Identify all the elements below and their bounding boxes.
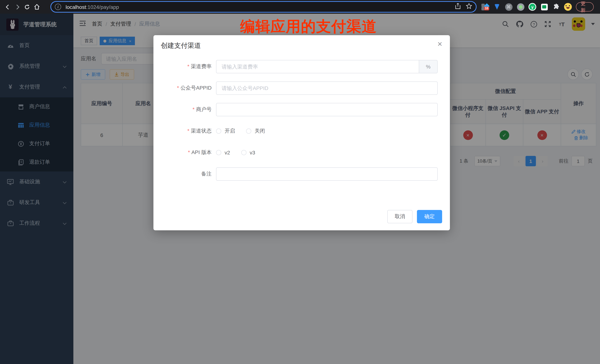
profile-emoji-icon[interactable] (564, 3, 572, 11)
bookmark-star-icon[interactable] (466, 3, 472, 11)
form-row-remark: 备注 (153, 167, 450, 181)
extension-pinned-icon[interactable]: 10 (481, 3, 489, 11)
radio-api-v3[interactable]: v3 (241, 150, 255, 155)
browser-chrome: i localhost:1024/pay/app 10 ⌘ y (0, 0, 600, 14)
browser-update-button[interactable]: 更新 (576, 2, 594, 11)
appid-input[interactable] (216, 82, 438, 95)
extension-command-icon[interactable]: ⌘ (505, 3, 513, 11)
extension-row: 10 ⌘ y 更新 ⋮ (481, 0, 600, 14)
cancel-button[interactable]: 取消 (387, 210, 412, 223)
dialog-footer: 取消 确定 (387, 210, 442, 223)
form-row-mch: 商户号 (153, 103, 450, 116)
radio-circle-icon (241, 150, 246, 155)
radio-circle-icon (216, 150, 221, 155)
rate-input[interactable] (216, 60, 419, 73)
extensions-puzzle-icon[interactable] (552, 3, 560, 11)
browser-forward-icon[interactable] (13, 2, 22, 12)
browser-reload-icon[interactable] (22, 2, 32, 12)
share-icon[interactable] (455, 3, 461, 11)
screen: i localhost:1024/pay/app 10 ⌘ y (0, 0, 600, 364)
mch-label: 商户号 (153, 106, 216, 113)
url-text: localhost:1024/pay/app (66, 4, 119, 10)
form-row-rate: 渠道费率 % (153, 60, 450, 73)
form-row-api: API 版本 v2 v3 (153, 146, 450, 159)
radio-api-v2[interactable]: v2 (216, 150, 230, 155)
radio-status-off[interactable]: 关闭 (246, 128, 265, 134)
browser-menu-icon[interactable]: ⋮ (598, 6, 600, 8)
dialog-title: 创建支付渠道 (161, 41, 201, 50)
extension-badge: 10 (484, 7, 489, 10)
remark-label: 备注 (153, 171, 216, 177)
extension-recorder-icon[interactable] (517, 3, 525, 11)
radio-status-on[interactable]: 开启 (216, 128, 235, 134)
status-label: 渠道状态 (153, 128, 216, 134)
extension-chat-icon[interactable] (540, 3, 548, 11)
api-label: API 版本 (153, 149, 216, 156)
browser-back-icon[interactable] (3, 2, 13, 12)
mch-input[interactable] (216, 103, 438, 116)
annotation-text: 编辑应用的支付渠道 (240, 16, 377, 37)
appid-label: 公众号APPID (153, 85, 216, 91)
dialog-close-icon[interactable]: ✕ (437, 41, 443, 47)
remark-input[interactable] (216, 167, 438, 181)
rate-suffix: % (419, 60, 438, 73)
extension-balloon-icon[interactable] (493, 3, 501, 11)
confirm-button[interactable]: 确定 (417, 210, 442, 223)
radio-circle-icon (216, 128, 221, 134)
form-row-appid: 公众号APPID (153, 82, 450, 95)
browser-home-icon[interactable] (32, 2, 41, 12)
site-info-icon[interactable]: i (55, 4, 61, 10)
rate-label: 渠道费率 (153, 63, 216, 70)
create-pay-channel-dialog: 创建支付渠道 ✕ 渠道费率 % 公众号APPID 商户号 (153, 35, 450, 230)
radio-circle-icon (246, 128, 251, 134)
form-row-status: 渠道状态 开启 关闭 (153, 124, 450, 138)
extension-green-y-icon[interactable]: y (528, 3, 536, 11)
address-bar[interactable]: i localhost:1024/pay/app (50, 1, 477, 13)
dialog-form: 渠道费率 % 公众号APPID 商户号 (153, 60, 450, 189)
